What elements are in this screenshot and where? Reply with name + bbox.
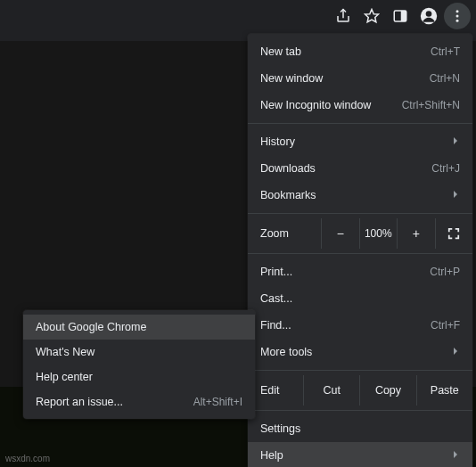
menu-help[interactable]: Help bbox=[248, 442, 472, 467]
menu-separator bbox=[248, 253, 472, 254]
menu-incognito[interactable]: New Incognito window Ctrl+Shift+N bbox=[248, 92, 472, 119]
menu-new-tab[interactable]: New tab Ctrl+T bbox=[248, 38, 472, 65]
main-menu: New tab Ctrl+T New window Ctrl+N New Inc… bbox=[248, 34, 472, 467]
menu-history[interactable]: History bbox=[248, 128, 472, 155]
menu-separator bbox=[248, 123, 472, 124]
svg-point-5 bbox=[456, 10, 459, 12]
chevron-right-icon bbox=[451, 346, 460, 358]
paste-button[interactable]: Paste bbox=[417, 375, 472, 406]
submenu-whats-new[interactable]: What's New bbox=[23, 340, 255, 365]
submenu-item-label: What's New bbox=[36, 346, 94, 358]
menu-item-shortcut: Ctrl+Shift+N bbox=[402, 99, 460, 111]
submenu-item-label: About Google Chrome bbox=[36, 321, 146, 333]
help-submenu: About Google Chrome What's New Help cent… bbox=[23, 310, 255, 419]
chevron-right-icon bbox=[451, 135, 460, 148]
menu-separator bbox=[248, 213, 472, 214]
submenu-help-center[interactable]: Help center bbox=[23, 365, 255, 389]
menu-downloads[interactable]: Downloads Ctrl+J bbox=[248, 155, 472, 182]
menu-item-label: Downloads bbox=[260, 162, 316, 175]
menu-item-label: History bbox=[260, 135, 295, 148]
chevron-right-icon bbox=[451, 189, 460, 201]
menu-separator bbox=[248, 370, 472, 371]
menu-item-label: Help bbox=[260, 449, 283, 462]
svg-rect-2 bbox=[401, 11, 406, 21]
menu-find[interactable]: Find... Ctrl+F bbox=[248, 312, 472, 339]
menu-separator bbox=[248, 410, 472, 411]
menu-item-label: More tools bbox=[260, 346, 312, 358]
menu-item-label: Settings bbox=[260, 422, 300, 435]
menu-item-label: New window bbox=[260, 72, 323, 85]
menu-item-label: Print... bbox=[260, 266, 292, 278]
menu-zoom: Zoom − 100% + bbox=[248, 218, 472, 249]
submenu-about[interactable]: About Google Chrome bbox=[23, 315, 255, 340]
profile-icon[interactable] bbox=[415, 3, 442, 29]
menu-item-shortcut: Ctrl+T bbox=[431, 45, 460, 58]
menu-bookmarks[interactable]: Bookmarks bbox=[248, 182, 472, 209]
browser-toolbar bbox=[0, 0, 476, 32]
menu-settings[interactable]: Settings bbox=[248, 415, 472, 442]
svg-point-6 bbox=[456, 15, 459, 18]
menu-item-label: Cast... bbox=[260, 292, 292, 305]
fullscreen-button[interactable] bbox=[436, 218, 473, 249]
menu-item-label: New Incognito window bbox=[260, 99, 371, 111]
menu-item-shortcut: Ctrl+F bbox=[431, 319, 460, 332]
zoom-in-button[interactable]: + bbox=[398, 218, 436, 249]
zoom-controls: − 100% + bbox=[321, 218, 472, 249]
zoom-label: Zoom bbox=[260, 227, 321, 240]
menu-item-shortcut: Ctrl+P bbox=[430, 266, 460, 278]
side-panel-icon[interactable] bbox=[387, 3, 414, 29]
menu-item-label: Bookmarks bbox=[260, 189, 316, 201]
menu-item-label: Find... bbox=[260, 319, 291, 332]
menu-item-label: New tab bbox=[260, 45, 301, 58]
menu-more-tools[interactable]: More tools bbox=[248, 339, 472, 365]
submenu-item-label: Report an issue... bbox=[36, 396, 123, 408]
zoom-out-button[interactable]: − bbox=[322, 218, 360, 249]
copy-button[interactable]: Copy bbox=[360, 375, 416, 406]
menu-new-window[interactable]: New window Ctrl+N bbox=[248, 65, 472, 92]
svg-point-4 bbox=[426, 11, 432, 17]
svg-point-7 bbox=[456, 20, 459, 22]
menu-print[interactable]: Print... Ctrl+P bbox=[248, 258, 472, 285]
submenu-item-shortcut: Alt+Shift+I bbox=[193, 396, 242, 408]
menu-edit: Edit Cut Copy Paste bbox=[248, 375, 472, 406]
menu-item-shortcut: Ctrl+J bbox=[431, 162, 460, 175]
chevron-right-icon bbox=[451, 449, 460, 462]
kebab-menu-icon[interactable] bbox=[444, 3, 471, 29]
star-icon[interactable] bbox=[358, 3, 385, 29]
svg-marker-0 bbox=[365, 10, 379, 22]
menu-item-shortcut: Ctrl+N bbox=[430, 72, 460, 85]
submenu-item-label: Help center bbox=[36, 371, 93, 383]
url-watermark: wsxdn.com bbox=[5, 454, 50, 463]
edit-label: Edit bbox=[260, 384, 303, 397]
submenu-report-issue[interactable]: Report an issue... Alt+Shift+I bbox=[23, 389, 255, 414]
share-icon[interactable] bbox=[330, 3, 357, 29]
edit-controls: Cut Copy Paste bbox=[303, 375, 472, 406]
zoom-value: 100% bbox=[360, 218, 398, 249]
cut-button[interactable]: Cut bbox=[304, 375, 360, 406]
menu-cast[interactable]: Cast... bbox=[248, 285, 472, 312]
